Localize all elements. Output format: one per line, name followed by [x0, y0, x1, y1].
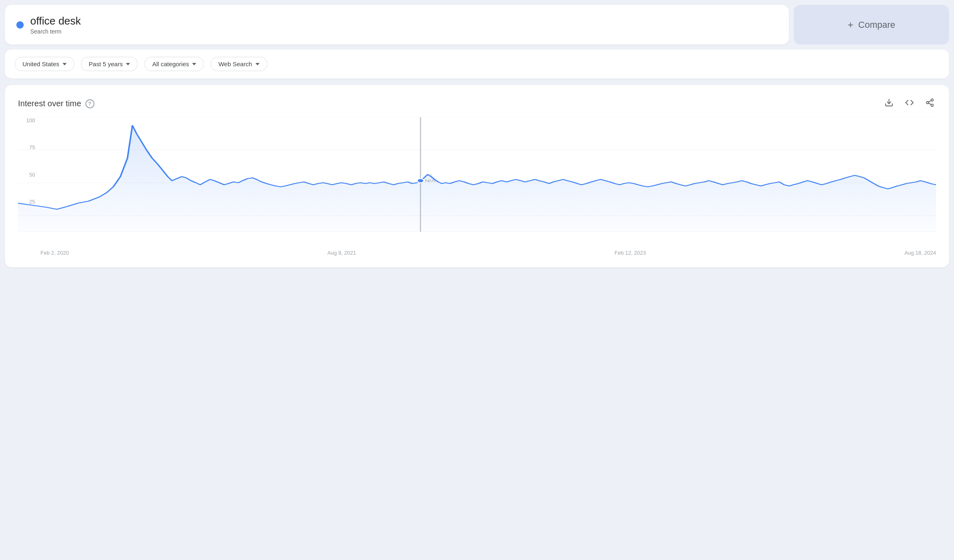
svg-text:N/A: N/A [425, 179, 436, 183]
chart-actions [883, 96, 936, 111]
embed-icon[interactable] [903, 96, 916, 111]
help-icon[interactable]: ? [85, 99, 94, 108]
filters-row: United States Past 5 years All categorie… [5, 49, 949, 78]
x-label-1: Feb 2, 2020 [40, 250, 69, 256]
category-chevron-icon [192, 63, 196, 65]
svg-point-12 [417, 179, 424, 183]
compare-card[interactable]: + Compare [794, 5, 949, 45]
x-label-2: Aug 8, 2021 [327, 250, 356, 256]
x-label-4: Aug 18, 2024 [905, 250, 936, 256]
category-label: All categories [152, 60, 189, 67]
svg-line-5 [929, 101, 931, 102]
time-filter[interactable]: Past 5 years [81, 57, 138, 71]
region-label: United States [22, 60, 59, 67]
search-type-chevron-icon [255, 63, 260, 65]
region-chevron-icon [63, 63, 67, 65]
time-chevron-icon [126, 63, 130, 65]
svg-text:≈: ≈ [428, 172, 432, 177]
chart-title-row: Interest over time ? [18, 99, 94, 108]
share-icon[interactable] [924, 96, 936, 111]
x-label-3: Feb 12, 2023 [615, 250, 646, 256]
search-term-text: office desk Search term [30, 15, 81, 35]
chart-header: Interest over time ? [18, 96, 936, 111]
search-term-main: office desk [30, 15, 81, 27]
chart-card: Interest over time ? [5, 85, 949, 267]
search-term-sub: Search term [30, 28, 81, 35]
category-filter[interactable]: All categories [144, 57, 204, 71]
chart-svg-container: ≈ N/A [18, 117, 936, 248]
svg-line-4 [929, 103, 931, 105]
compare-plus-icon: + [848, 19, 853, 31]
chart-title: Interest over time [18, 99, 81, 108]
region-filter[interactable]: United States [15, 57, 74, 71]
time-label: Past 5 years [89, 60, 123, 67]
x-axis: Feb 2, 2020 Aug 8, 2021 Feb 12, 2023 Aug… [40, 250, 936, 256]
search-term-card: office desk Search term [5, 5, 789, 45]
top-row: office desk Search term + Compare [5, 5, 949, 45]
search-type-label: Web Search [218, 60, 252, 67]
download-icon[interactable] [883, 96, 895, 111]
chart-area: 100 75 50 25 0 [18, 117, 936, 256]
search-dot [16, 21, 24, 29]
compare-label: Compare [858, 20, 895, 30]
trend-chart[interactable]: ≈ N/A [18, 117, 936, 248]
search-type-filter[interactable]: Web Search [211, 57, 267, 71]
